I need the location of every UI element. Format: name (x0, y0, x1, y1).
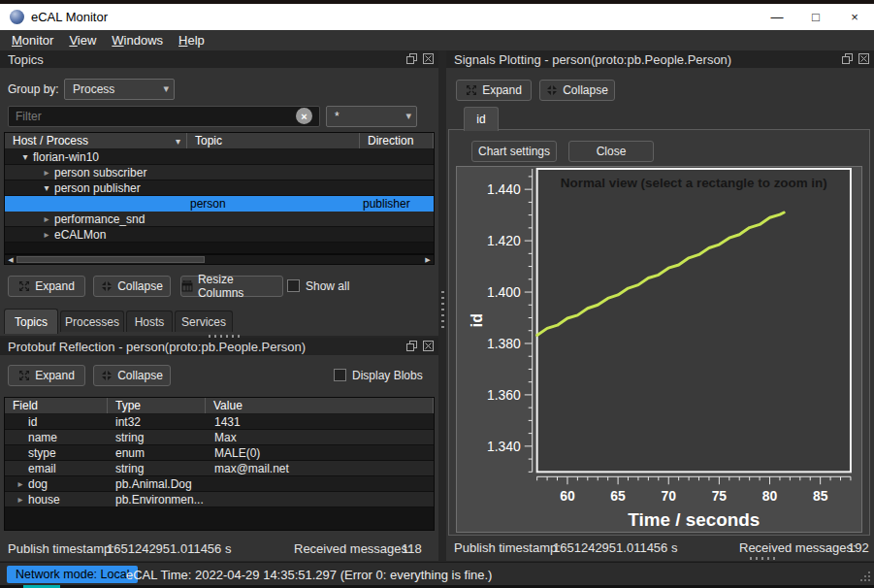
tree-expander-icon[interactable]: ▸ (39, 213, 54, 224)
expand-button[interactable]: Expand (8, 276, 85, 297)
column-header-value[interactable]: Value (206, 398, 434, 413)
chevron-down-icon: ▾ (405, 110, 411, 122)
row-process-ecalmon[interactable]: ▸eCALMon (5, 227, 434, 243)
filter-input[interactable] (8, 106, 320, 127)
menu-monitor[interactable]: Monitor (4, 31, 61, 49)
vertical-splitter-handle[interactable] (441, 291, 444, 328)
row-host-florian-win10[interactable]: ▾florian-win10 (5, 149, 434, 165)
tree-expander-icon[interactable]: ▸ (13, 478, 28, 489)
chart-settings-button[interactable]: Chart settings (471, 141, 557, 162)
svg-text:Normal view (select a rectangl: Normal view (select a rectangle to zoom … (561, 176, 827, 190)
menu-help[interactable]: Help (171, 31, 212, 49)
tree-expander-icon[interactable]: ▸ (39, 229, 54, 240)
expand-button[interactable]: Expand (456, 80, 532, 101)
expand-arrows-icon (18, 280, 30, 292)
column-header-topic[interactable]: Topic (187, 133, 360, 148)
scrollbar-thumb[interactable] (16, 256, 205, 263)
tab-topics[interactable]: Topics (4, 309, 58, 334)
clear-filter-button[interactable]: × (296, 108, 312, 124)
tree-expander-icon[interactable]: ▸ (39, 167, 54, 178)
svg-text:1.440: 1.440 (487, 181, 521, 197)
tab-hosts[interactable]: Hosts (126, 310, 173, 332)
panel-title: Topics (8, 52, 44, 67)
publish-timestamp-value: 1651242951.011456 s (553, 540, 677, 555)
svg-text:60: 60 (560, 488, 575, 504)
close-panel-icon[interactable] (423, 53, 434, 64)
horizontal-scrollbar[interactable]: ◀ ▶ (4, 254, 435, 265)
chevron-down-icon: ▾ (163, 82, 169, 95)
tab-processes[interactable]: Processes (60, 310, 124, 332)
protobuf-table: Field Type Value id int32 1431 name stri… (4, 397, 435, 531)
close-icon: × (301, 111, 307, 122)
window-title: eCAL Monitor (31, 10, 108, 24)
svg-text:85: 85 (813, 488, 828, 504)
minimize-button[interactable]: — (758, 4, 796, 30)
row-field-stype[interactable]: stype enum MALE(0) (5, 445, 434, 461)
row-process-performance-snd[interactable]: ▸performance_snd (5, 212, 434, 227)
tab-services[interactable]: Services (175, 310, 233, 332)
scroll-right-button[interactable]: ▶ (422, 255, 434, 264)
column-header-direction[interactable]: Direction (360, 133, 434, 148)
svg-text:1.380: 1.380 (487, 336, 521, 351)
show-all-checkbox[interactable] (287, 279, 300, 292)
filter-column-select[interactable]: * ▾ (326, 106, 417, 127)
column-header-host-process[interactable]: Host / Process ▾ (5, 133, 187, 148)
row-topic-person-selected[interactable]: person publisher (5, 196, 434, 212)
svg-text:65: 65 (610, 488, 626, 504)
svg-text:70: 70 (662, 488, 677, 504)
menu-windows[interactable]: Windows (104, 31, 171, 49)
table-resize-icon (181, 280, 193, 292)
tree-expander-icon[interactable]: ▸ (13, 494, 28, 505)
tree-expander-icon[interactable]: ▾ (39, 182, 54, 193)
resize-grip-icon[interactable] (858, 570, 871, 582)
svg-text:Time / seconds: Time / seconds (628, 509, 760, 530)
tab-id-signal[interactable]: id (464, 107, 499, 131)
svg-text:80: 80 (762, 488, 778, 504)
group-by-select[interactable]: Process ▾ (64, 79, 175, 100)
signal-chart[interactable]: 6065707580851.3401.3601.3801.4001.4201.4… (456, 166, 862, 533)
close-button[interactable]: × (835, 4, 874, 30)
close-panel-icon[interactable] (423, 341, 434, 351)
network-mode-badge[interactable]: Network mode: Local (7, 566, 138, 583)
float-panel-icon[interactable] (406, 341, 417, 351)
menu-view[interactable]: View (61, 31, 104, 49)
topics-panel: Topics Group by: Process ▾ × * ▾ Host / … (0, 50, 438, 336)
signals-plotting-panel: Signals Plotting - person(proto:pb.Peopl… (446, 50, 874, 561)
collapse-button[interactable]: Collapse (93, 276, 171, 297)
display-blobs-checkbox[interactable] (334, 369, 346, 381)
row-field-email[interactable]: email string max@mail.net (5, 461, 434, 476)
received-messages-label: Received messages: (294, 541, 411, 556)
row-field-dog[interactable]: ▸dog pb.Animal.Dog (5, 476, 434, 492)
resize-columns-button[interactable]: Resize Columns (180, 276, 283, 297)
svg-text:id: id (469, 313, 485, 327)
menu-bar: Monitor View Windows Help (0, 30, 874, 50)
float-panel-icon[interactable] (842, 53, 853, 64)
received-messages-label: Received messages: (739, 540, 857, 555)
collapse-button[interactable]: Collapse (93, 365, 171, 386)
display-blobs-label: Display Blobs (352, 369, 423, 382)
column-header-type[interactable]: Type (108, 398, 206, 413)
float-panel-icon[interactable] (406, 53, 417, 64)
row-field-id[interactable]: id int32 1431 (5, 414, 434, 430)
expand-arrows-icon (18, 370, 30, 381)
maximize-button[interactable]: □ (796, 4, 835, 30)
row-process-person-subscriber[interactable]: ▸person subscriber (5, 165, 434, 180)
close-panel-icon[interactable] (858, 53, 869, 64)
publish-timestamp-label: Publish timestamp: (454, 540, 561, 555)
collapse-button[interactable]: Collapse (539, 80, 615, 101)
expand-button[interactable]: Expand (8, 365, 85, 386)
row-field-house[interactable]: ▸house pb.Environmen... (5, 492, 434, 507)
tree-expander-icon[interactable]: ▾ (17, 151, 33, 162)
received-messages-value: 118 (402, 541, 422, 556)
publish-timestamp-label: Publish timestamp: (8, 541, 114, 556)
protobuf-table-header: Field Type Value (5, 398, 434, 414)
protobuf-reflection-panel: Protobuf Reflection - person(proto:pb.Pe… (0, 338, 438, 561)
scroll-left-button[interactable]: ◀ (5, 255, 16, 264)
expand-arrows-icon (466, 84, 477, 96)
signal-plot-canvas[interactable]: 6065707580851.3401.3601.3801.4001.4201.4… (457, 167, 861, 532)
row-process-person-publisher[interactable]: ▾person publisher (5, 180, 434, 196)
column-header-field[interactable]: Field (5, 398, 108, 413)
row-field-name[interactable]: name string Max (5, 430, 434, 445)
splitter-handle[interactable] (750, 557, 779, 560)
close-chart-button[interactable]: Close (568, 141, 654, 162)
